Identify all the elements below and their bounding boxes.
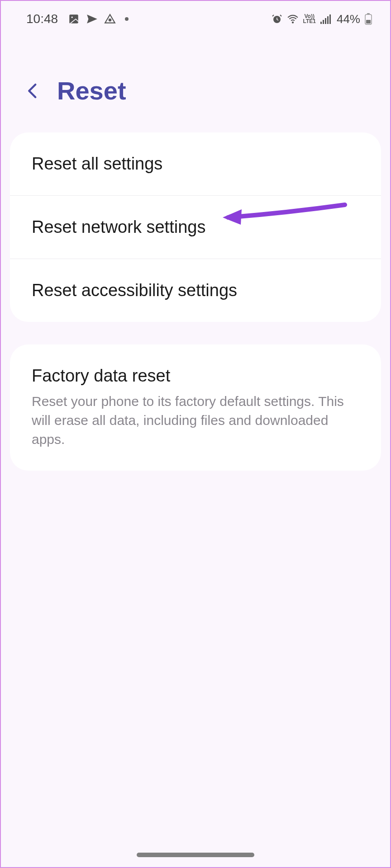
more-notifications-dot [125, 17, 129, 21]
svg-point-2 [109, 19, 111, 21]
item-reset-network-settings[interactable]: Reset network settings [10, 196, 381, 259]
gallery-icon [68, 13, 80, 25]
status-right: Vo)) LTE1 44% [272, 12, 372, 26]
svg-rect-7 [325, 18, 326, 24]
svg-marker-14 [223, 209, 242, 225]
item-reset-accessibility-settings[interactable]: Reset accessibility settings [10, 259, 381, 322]
svg-point-4 [292, 22, 293, 23]
svg-rect-0 [69, 14, 78, 24]
settings-card-factory-reset: Factory data reset Reset your phone to i… [10, 344, 381, 471]
back-button[interactable] [24, 81, 43, 100]
item-label: Factory data reset [32, 366, 170, 385]
send-icon [86, 13, 98, 25]
wifi-icon [287, 13, 299, 25]
page-title: Reset [57, 76, 126, 105]
svg-rect-6 [323, 20, 324, 24]
annotation-arrow-icon [223, 200, 349, 227]
settings-card-reset-options: Reset all settings Reset network setting… [10, 132, 381, 322]
volte-indicator: Vo)) LTE1 [303, 14, 316, 24]
item-label: Reset all settings [32, 154, 162, 173]
svg-rect-11 [367, 13, 370, 14]
item-subtitle: Reset your phone to its factory default … [32, 392, 359, 449]
status-bar: 10:48 Vo)) LTE1 44% [1, 1, 390, 31]
svg-rect-5 [320, 22, 322, 24]
gesture-bar[interactable] [137, 853, 254, 857]
page-header: Reset [1, 31, 390, 132]
battery-percent: 44% [337, 12, 360, 26]
status-left: 10:48 [26, 12, 129, 26]
item-label: Reset accessibility settings [32, 281, 237, 300]
svg-rect-8 [327, 16, 329, 24]
alarm-icon [272, 14, 282, 24]
triangle-alert-icon [104, 13, 116, 25]
svg-point-1 [72, 17, 73, 18]
status-time: 10:48 [26, 12, 58, 26]
svg-rect-12 [366, 20, 371, 24]
svg-rect-9 [329, 14, 331, 24]
battery-icon [365, 13, 372, 25]
item-label: Reset network settings [32, 217, 205, 236]
signal-icon [320, 14, 332, 24]
item-factory-data-reset[interactable]: Factory data reset Reset your phone to i… [10, 344, 381, 471]
item-reset-all-settings[interactable]: Reset all settings [10, 132, 381, 196]
